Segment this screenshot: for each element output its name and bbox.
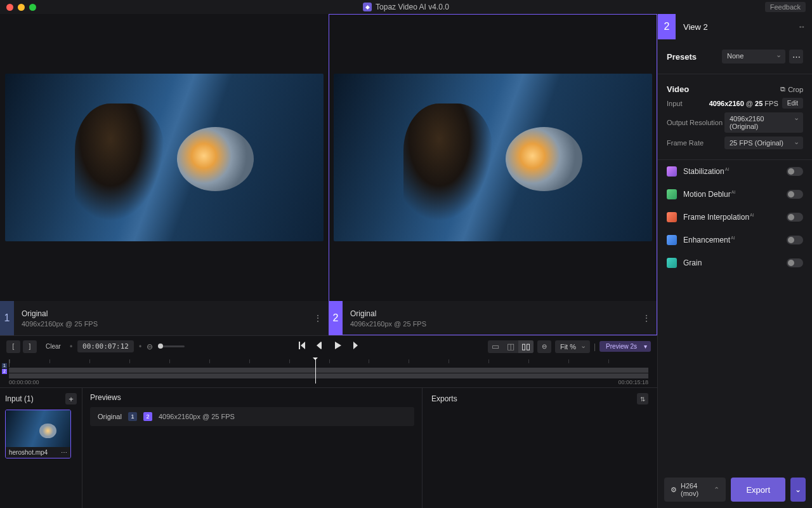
stabilization-row[interactable]: StabilizationAI: [658, 160, 812, 183]
motion-deblur-toggle[interactable]: [787, 190, 803, 199]
timecode-display[interactable]: 00:00:07:12: [77, 340, 134, 352]
thumbnail-image: [6, 410, 70, 447]
codec-dropdown[interactable]: ⚙ H264 (mov): [664, 478, 726, 502]
mark-in-button[interactable]: [: [6, 340, 20, 353]
mark-out-button[interactable]: ]: [23, 340, 37, 353]
input-edit-button[interactable]: Edit: [782, 98, 803, 109]
add-input-button[interactable]: +: [65, 393, 77, 404]
panel-view-badge: 2: [658, 14, 676, 39]
fit-dropdown[interactable]: Fit %: [555, 340, 590, 353]
settings-panel: 2 View 2 ↔ Presets None ⋯ Video ⧉Crop In…: [657, 14, 812, 508]
zoom-slider[interactable]: [158, 345, 185, 347]
framerate-dropdown[interactable]: 25 FPS (Original): [724, 137, 803, 149]
enhancement-toggle[interactable]: [787, 236, 803, 244]
grain-row[interactable]: Grain: [658, 251, 812, 274]
panel-expand-icon[interactable]: ↔: [792, 22, 812, 31]
minimize-icon[interactable]: [18, 4, 25, 11]
input-value: 4096x2160 @ 25 FPS: [709, 100, 778, 107]
video-preview-1: [5, 74, 324, 242]
input-column: Input (1) + heroshot.mp4 ⋯: [0, 388, 82, 508]
track-1[interactable]: [9, 368, 648, 373]
motion-deblur-icon: [667, 189, 677, 199]
export-options-button[interactable]: ⌄: [790, 478, 806, 502]
exports-heading: Exports: [431, 394, 457, 403]
panel-title: View 2: [676, 22, 792, 32]
video-label: Video: [667, 84, 689, 94]
frame-interpolation-toggle[interactable]: [787, 213, 803, 222]
app-title: ◆ Topaz Video AI v4.0.0: [363, 3, 449, 11]
timeline[interactable]: 12 00:00:00:00 00:00:15:18: [0, 357, 657, 387]
output-res-dropdown[interactable]: 4096x2160 (Original): [724, 112, 803, 133]
stabilization-toggle[interactable]: [787, 167, 803, 176]
stabilization-icon: [667, 166, 677, 177]
preview-row-label: Original: [98, 413, 122, 420]
view-pane-2[interactable]: 2 Original 4096x2160px @ 25 FPS ⋮: [329, 14, 657, 335]
close-icon[interactable]: [6, 4, 13, 11]
enhancement-icon: [667, 235, 677, 245]
zoom-out-icon[interactable]: ⊖: [147, 342, 153, 351]
crop-button[interactable]: ⧉Crop: [780, 85, 803, 93]
view-label: Original: [350, 309, 628, 318]
timeline-start: 00:00:00:00: [9, 379, 39, 385]
preview-badge-1: 1: [128, 412, 137, 421]
preview-row-info: 4096x2160px @ 25 FPS: [159, 413, 235, 420]
playhead[interactable]: [315, 358, 316, 384]
titlebar: ◆ Topaz Video AI v4.0.0 Feedback: [0, 0, 812, 14]
input-thumbnail[interactable]: heroshot.mp4 ⋯: [5, 410, 71, 458]
layout-single-button[interactable]: ▭: [488, 340, 503, 353]
timeline-end: 00:00:15:18: [618, 379, 648, 385]
input-heading: Input (1): [5, 394, 34, 403]
exports-sort-button[interactable]: ⇅: [637, 393, 648, 404]
frame-interpolation-icon: [667, 212, 677, 222]
exports-column: Exports ⇅: [422, 388, 657, 508]
video-preview-2: [334, 74, 652, 242]
layout-segmented: ▭ ◫ ▯▯: [488, 340, 534, 353]
grain-icon: [667, 258, 677, 268]
gear-icon: ⚙: [671, 486, 677, 494]
thumbnail-filename: heroshot.mp4: [9, 449, 48, 456]
view-badge-1: 1: [0, 301, 14, 335]
clear-button[interactable]: Clear: [42, 340, 65, 353]
preview-badge-2: 2: [143, 412, 152, 421]
presets-label: Presets: [667, 52, 697, 62]
preview-row[interactable]: Original 1 2 4096x2160px @ 25 FPS: [90, 407, 414, 426]
motion-deblur-row[interactable]: Motion DeblurAI: [658, 183, 812, 206]
track-2[interactable]: [9, 373, 648, 378]
grain-toggle[interactable]: [787, 258, 803, 267]
step-back-button[interactable]: [315, 340, 325, 352]
step-forward-button[interactable]: [350, 340, 360, 352]
framerate-label: Frame Rate: [667, 139, 704, 147]
app-logo-icon: ◆: [363, 3, 372, 11]
feedback-button[interactable]: Feedback: [765, 2, 806, 12]
presets-more-button[interactable]: ⋯: [789, 50, 803, 64]
view-badge-2: 2: [329, 301, 343, 335]
layout-split-button[interactable]: ◫: [503, 340, 518, 353]
frame-interpolation-row[interactable]: Frame InterpolationAI: [658, 206, 812, 229]
input-label: Input: [667, 100, 682, 107]
previews-column: Previews Original 1 2 4096x2160px @ 25 F…: [82, 388, 422, 508]
view-resolution: 4096x2160px @ 25 FPS: [22, 320, 299, 328]
play-button[interactable]: [332, 340, 343, 352]
thumbnail-menu-icon[interactable]: ⋯: [61, 449, 67, 456]
zoom-icon[interactable]: [29, 4, 36, 11]
layout-dual-button[interactable]: ▯▯: [518, 340, 534, 353]
view-resolution: 4096x2160px @ 25 FPS: [350, 320, 628, 328]
output-res-label: Output Resolution: [667, 119, 723, 126]
view-menu-icon[interactable]: ⋮: [307, 313, 329, 323]
preview-duration-dropdown[interactable]: Preview 2s: [599, 341, 651, 352]
presets-dropdown[interactable]: None: [722, 50, 785, 64]
view-menu-icon[interactable]: ⋮: [636, 313, 657, 323]
view-pane-1[interactable]: 1 Original 4096x2160px @ 25 FPS ⋮: [0, 14, 329, 335]
crop-icon: ⧉: [780, 85, 785, 93]
export-button[interactable]: Export: [731, 478, 785, 502]
enhancement-row[interactable]: EnhancementAI: [658, 229, 812, 251]
transport-bar: [ ] Clear • 00:00:07:12 • ⊖ ▭ ◫ ▯▯: [0, 335, 657, 357]
view-label: Original: [22, 309, 299, 318]
window-controls: [6, 4, 36, 11]
fit-zoom-out-icon[interactable]: ⊖: [537, 340, 551, 353]
go-start-button[interactable]: [297, 340, 307, 352]
previews-heading: Previews: [90, 393, 121, 402]
